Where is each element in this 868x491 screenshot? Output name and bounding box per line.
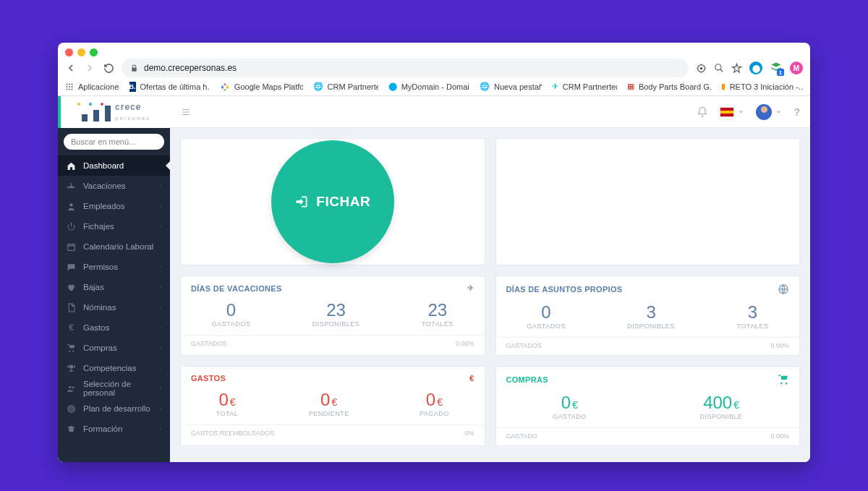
window-close-icon[interactable] [65, 48, 73, 56]
foot-left: GASTADOS [506, 342, 542, 349]
euro-icon: € [67, 323, 76, 333]
bookmark-label: CRM Partnertec [563, 82, 617, 91]
sidebar-item-nóminas[interactable]: Nóminas‹ [58, 297, 170, 317]
stat-value: 0 [426, 390, 435, 409]
card-title: COMPRAS [506, 375, 548, 384]
chevron-left-icon: ‹ [159, 426, 161, 432]
site-icon: ⬤ [388, 82, 397, 92]
sidebar-item-empleados[interactable]: Empleados‹ [58, 196, 170, 216]
bookmark-1[interactable]: B.Ofertas de última h... [129, 82, 210, 92]
card-asuntos: DÍAS DE ASUNTOS PROPIOS 0GASTADOS 3DISPO… [495, 276, 801, 356]
site-icon: ▦ [627, 82, 634, 92]
card-vacaciones: DÍAS DE VACACIONES ✈ 0GASTADOS 23DISPONI… [180, 276, 485, 356]
location-icon[interactable] [696, 63, 707, 74]
sidebar-item-bajas[interactable]: Bajas‹ [58, 277, 170, 297]
profile-avatar[interactable]: M [790, 61, 803, 74]
bookmark-5[interactable]: 🌐Nueva pestaña [480, 82, 542, 92]
stat-label: TOTALES [422, 320, 454, 328]
fichar-button[interactable]: FICHAR [271, 140, 394, 263]
chevron-left-icon: ‹ [159, 385, 161, 392]
apps-icon [65, 82, 74, 92]
extension-hp-icon[interactable]: ⬤ [749, 61, 762, 74]
toolbar-right: ⬤ 1 M [696, 61, 803, 74]
svg-point-8 [72, 86, 73, 87]
bookmark-4[interactable]: ⬤MyDomain - Domai... [388, 82, 469, 92]
sidebar-item-selección-de-personal[interactable]: Selección de personal‹ [58, 378, 170, 398]
foot-left: GASTOS REEMBOLSADOS [191, 430, 274, 437]
svg-point-7 [69, 86, 70, 87]
stat-value: 400 [703, 393, 732, 412]
bookmark-label: Nueva pestaña [494, 82, 542, 91]
user-menu[interactable] [756, 104, 782, 120]
lock-icon [130, 64, 138, 72]
svg-rect-13 [68, 244, 75, 250]
svg-point-15 [72, 386, 75, 388]
stat-label: DISPONIBLES [627, 323, 675, 330]
browser-window: demo.crecepersonas.es ⬤ 1 M Aplicaciones… [58, 43, 810, 462]
bookmark-7[interactable]: ▦Body Parts Board G... [627, 82, 711, 92]
stat-label: DISPONIBLES [312, 320, 360, 328]
foot-right: 0% [464, 430, 474, 437]
language-selector[interactable] [720, 107, 744, 117]
logo[interactable]: crece personas [58, 96, 170, 128]
stat-value: 0 [212, 300, 250, 320]
sidebar-item-permisos[interactable]: Permisos‹ [58, 257, 170, 277]
app-root: crece personas DashboardVacaciones‹Emple… [58, 96, 810, 462]
bookmark-6[interactable]: ✈CRM Partnertec [552, 82, 617, 92]
svg-point-11 [72, 88, 73, 90]
window-max-icon[interactable] [90, 48, 98, 56]
search-input[interactable] [64, 134, 164, 150]
sidebar-item-gastos[interactable]: €Gastos‹ [58, 317, 170, 338]
stat-label: GASTADOS [527, 323, 565, 330]
browser-toolbar: demo.crecepersonas.es ⬤ 1 M [58, 56, 810, 77]
stat-value: 0 [561, 393, 571, 412]
sidebar-item-label: Dashboard [83, 161, 124, 170]
sidebar-item-vacaciones[interactable]: Vacaciones‹ [58, 176, 170, 196]
chevron-left-icon: ‹ [159, 284, 161, 291]
logo-text: crece personas [115, 102, 150, 122]
sidebar-item-fichajes[interactable]: Fichajes‹ [58, 216, 170, 236]
stat-value: 3 [736, 302, 768, 323]
bookmark-8[interactable]: ▮RETO 3 Iniciación -... [721, 82, 803, 92]
sidebar-item-label: Competencias [83, 364, 137, 372]
sidebar-item-competencias[interactable]: Competencias‹ [58, 358, 170, 378]
home-icon [67, 161, 76, 171]
foot-left: GASTADOS [191, 340, 226, 347]
bookmark-2[interactable]: Google Maps Platfo... [220, 82, 303, 92]
bookmarks-bar: Aplicaciones B.Ofertas de última h... Go… [58, 77, 810, 96]
svg-point-18 [71, 408, 72, 409]
notifications-button[interactable] [697, 106, 708, 118]
reload-button[interactable] [103, 62, 114, 74]
sidebar-item-compras[interactable]: Compras‹ [58, 338, 170, 358]
zoom-icon[interactable] [714, 63, 724, 73]
trophy-icon [67, 364, 76, 373]
window-min-icon[interactable] [77, 48, 85, 56]
sidebar-item-dashboard[interactable]: Dashboard [58, 155, 170, 176]
heart-icon [67, 283, 76, 292]
chevron-down-icon [738, 108, 744, 115]
login-icon [294, 195, 309, 209]
bookmark-label: Google Maps Platfo... [234, 82, 303, 91]
bookmark-apps[interactable]: Aplicaciones [65, 82, 119, 92]
star-icon[interactable] [731, 63, 742, 74]
site-icon: ▮ [721, 82, 726, 92]
globe-icon [778, 283, 789, 295]
window-titlebar [58, 43, 810, 56]
back-button[interactable] [65, 62, 77, 74]
stat-cur: € [733, 399, 739, 411]
sidebar-item-plan-de-desarrollo[interactable]: Plan de desarrollo‹ [58, 398, 170, 419]
sidebar-item-calendario-laboral[interactable]: Calendario Laboral [58, 236, 170, 257]
stat-cur: € [437, 396, 443, 408]
menu-toggle-button[interactable] [180, 107, 192, 117]
chevron-left-icon: ‹ [159, 365, 161, 372]
help-button[interactable]: ? [793, 106, 800, 118]
sidebar-item-formación[interactable]: Formación‹ [58, 419, 170, 439]
forward-button[interactable] [84, 62, 95, 74]
bookmark-3[interactable]: 🌐CRM Partnertec [313, 82, 378, 92]
power-icon [67, 222, 76, 231]
address-bar[interactable]: demo.crecepersonas.es [122, 59, 689, 77]
bookmark-label: Aplicaciones [78, 82, 119, 91]
extension-2-icon[interactable]: 1 [770, 61, 783, 74]
svg-point-1 [700, 67, 702, 69]
chevron-left-icon: ‹ [159, 183, 161, 189]
